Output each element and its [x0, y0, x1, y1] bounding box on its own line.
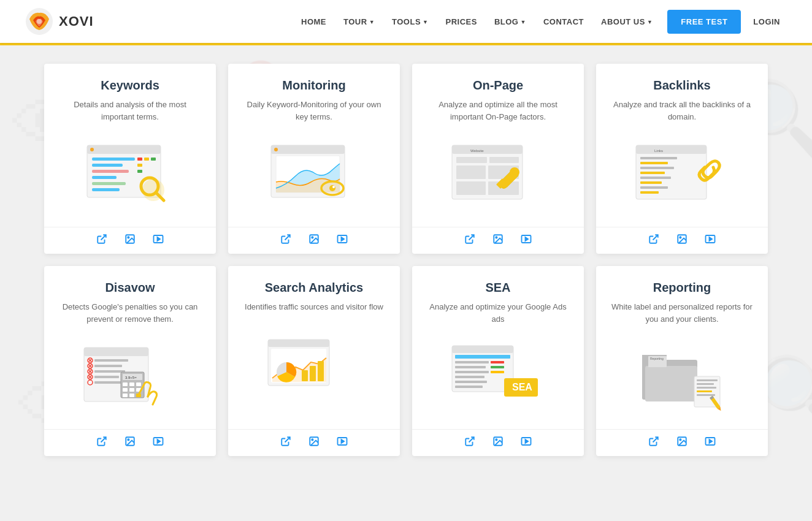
card-keywords: Keywords Details and analysis of the mos…	[44, 64, 216, 254]
card-search-analytics-link-icon[interactable]	[280, 436, 291, 450]
card-onpage-image-icon[interactable]	[492, 234, 504, 248]
card-search-analytics-video-icon[interactable]	[337, 436, 348, 450]
card-monitoring-video-icon[interactable]	[337, 234, 348, 248]
card-keywords-body: Keywords Details and analysis of the mos…	[44, 64, 216, 227]
svg-rect-98	[129, 394, 134, 397]
card-reporting-footer	[596, 429, 768, 456]
svg-rect-129	[455, 386, 483, 388]
svg-rect-15	[137, 170, 142, 173]
svg-point-49	[496, 237, 497, 238]
svg-line-47	[469, 235, 474, 240]
card-monitoring-footer	[228, 227, 400, 254]
svg-rect-126	[491, 371, 504, 373]
svg-rect-119	[452, 346, 513, 353]
card-disavow-video-icon[interactable]	[153, 436, 164, 450]
svg-point-30	[332, 186, 335, 188]
card-monitoring-link-icon[interactable]	[280, 234, 291, 248]
card-sea-link-icon[interactable]	[464, 436, 475, 450]
card-disavow-illustration: 3.9+5=	[56, 334, 204, 422]
svg-rect-106	[268, 340, 329, 347]
svg-rect-145	[697, 387, 716, 389]
card-disavow-body: Disavow Detects Google's penalties so yo…	[44, 266, 216, 429]
card-monitoring-image-icon[interactable]	[308, 234, 320, 248]
card-onpage-footer	[412, 227, 584, 254]
svg-rect-14	[137, 164, 142, 167]
svg-rect-144	[697, 383, 714, 385]
card-keywords-footer	[44, 227, 216, 254]
card-backlinks-video-icon[interactable]	[705, 234, 716, 248]
nav-prices[interactable]: PRICES	[439, 12, 485, 31]
svg-point-21	[128, 237, 129, 238]
svg-rect-69	[84, 348, 148, 356]
svg-marker-67	[710, 237, 713, 241]
svg-rect-97	[123, 394, 128, 397]
svg-rect-40	[489, 157, 519, 163]
card-sea-desc: Analyze and optimize your Google Ads ads	[424, 301, 572, 325]
card-reporting-image-icon[interactable]	[676, 436, 688, 450]
svg-rect-56	[640, 162, 668, 164]
card-disavow-link-icon[interactable]	[96, 436, 107, 450]
nav-about-us[interactable]: ABOUT US▼	[594, 12, 660, 31]
svg-rect-112	[318, 361, 324, 381]
svg-rect-11	[137, 158, 142, 161]
svg-rect-58	[640, 172, 665, 174]
nav-tour[interactable]: TOUR▼	[336, 12, 382, 31]
card-reporting-link-icon[interactable]	[648, 436, 659, 450]
card-disavow-image-icon[interactable]	[124, 436, 136, 450]
svg-text:3.9+5=: 3.9+5=	[125, 376, 137, 379]
main-nav: HOME TOUR▼ TOOLS▼ PRICES BLOG▼ CONTACT A…	[294, 10, 787, 34]
free-test-button[interactable]: FREE TEST	[667, 10, 741, 34]
logo[interactable]: XOVI	[25, 7, 94, 36]
svg-rect-57	[640, 167, 674, 169]
card-backlinks-footer	[596, 227, 768, 254]
nav-tools[interactable]: TOOLS▼	[385, 12, 435, 31]
svg-rect-120	[455, 355, 510, 359]
card-backlinks-image-icon[interactable]	[676, 234, 688, 248]
svg-marker-35	[342, 237, 345, 241]
svg-line-113	[285, 437, 290, 442]
card-search-analytics: Search Analytics Identifies traffic sour…	[228, 266, 400, 456]
svg-marker-23	[158, 237, 161, 241]
card-search-analytics-image-icon[interactable]	[308, 436, 320, 450]
card-sea-image-icon[interactable]	[492, 436, 504, 450]
svg-marker-51	[526, 237, 529, 241]
card-onpage-video-icon[interactable]	[521, 234, 532, 248]
card-backlinks-link-icon[interactable]	[648, 234, 659, 248]
card-onpage-desc: Analyze and optimize all the most import…	[424, 99, 572, 123]
svg-rect-10	[92, 188, 120, 191]
card-monitoring: Monitoring Daily Keyword-Monitoring of y…	[228, 64, 400, 254]
svg-rect-128	[455, 381, 487, 383]
card-reporting-body: Reporting White label and personalized r…	[596, 266, 768, 429]
nav-contact[interactable]: CONTACT	[536, 12, 591, 31]
card-keywords-video-icon[interactable]	[153, 234, 164, 248]
svg-point-1	[37, 19, 42, 24]
card-reporting-video-icon[interactable]	[705, 436, 716, 450]
svg-rect-127	[455, 376, 485, 378]
svg-rect-12	[144, 158, 149, 161]
card-onpage-body: On-Page Analyze and optimize all the mos…	[412, 64, 584, 227]
card-keywords-illustration	[56, 132, 204, 219]
card-onpage-illustration: Website	[424, 132, 572, 219]
svg-rect-13	[151, 158, 156, 161]
card-keywords-link-icon[interactable]	[96, 234, 107, 248]
page-background: 👁 📍 👤 📍 🔍 👁 📍 🔍 Keywords Details and ana…	[0, 45, 812, 521]
card-onpage: On-Page Analyze and optimize all the mos…	[412, 64, 584, 254]
svg-rect-61	[640, 186, 668, 189]
svg-text:SEA: SEA	[512, 382, 532, 392]
card-keywords-image-icon[interactable]	[124, 234, 136, 248]
nav-blog[interactable]: BLOG▼	[487, 12, 534, 31]
svg-text:Links: Links	[654, 149, 663, 153]
card-onpage-link-icon[interactable]	[464, 234, 475, 248]
svg-rect-37	[452, 145, 523, 154]
card-search-analytics-title: Search Analytics	[240, 281, 388, 295]
nav-home[interactable]: HOME	[294, 12, 334, 31]
login-button[interactable]: LOGIN	[746, 12, 787, 31]
svg-rect-92	[129, 382, 134, 386]
svg-rect-143	[697, 379, 718, 381]
svg-rect-7	[92, 170, 129, 173]
svg-rect-122	[491, 361, 504, 363]
card-sea-video-icon[interactable]	[521, 436, 532, 450]
svg-point-26	[274, 148, 278, 151]
card-search-analytics-desc: Identifies traffic sources and visitor f…	[240, 301, 388, 313]
card-backlinks-body: Backlinks Analyze and track all the back…	[596, 64, 768, 227]
